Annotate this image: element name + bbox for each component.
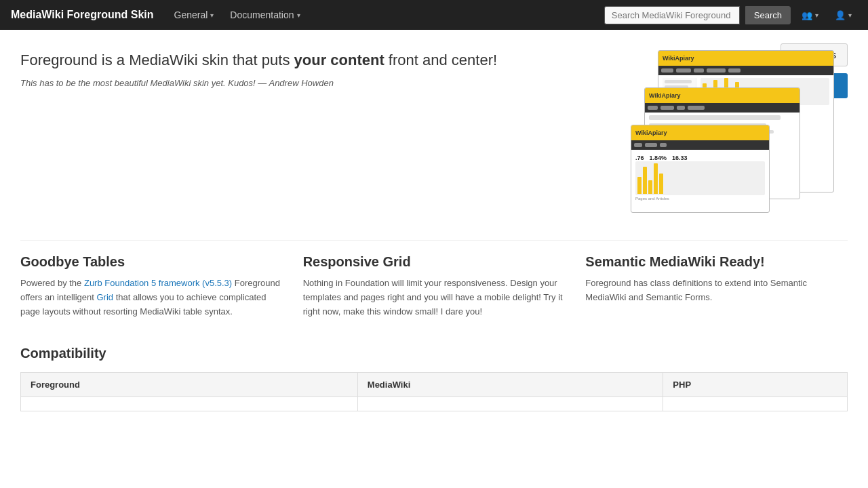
hero-quote: This has to be the most beautiful MediaW… bbox=[20, 78, 604, 88]
semantic-smw-heading: Semantic MediaWiki Ready! bbox=[585, 254, 848, 270]
search-button[interactable]: Search bbox=[745, 6, 791, 24]
screen-nav-back bbox=[658, 66, 833, 75]
body-before-link: Powered by the bbox=[20, 278, 84, 288]
page-wrapper: ⚙ Actions Français Foreground is a Media… bbox=[0, 30, 868, 439]
hero-section: Foreground is a MediaWiki skin that puts… bbox=[20, 43, 848, 213]
nav-item-general[interactable]: General ▾ bbox=[167, 5, 221, 24]
compat-heading: Compatibility bbox=[20, 346, 848, 361]
hero-title: Foreground is a MediaWiki skin that puts… bbox=[20, 50, 604, 71]
chevron-down-icon: ▾ bbox=[297, 12, 300, 19]
goodbye-tables-body: Powered by the Zurb Foundation 5 framewo… bbox=[20, 277, 283, 319]
chevron-down-icon: ▾ bbox=[848, 12, 852, 19]
hero-image: WikiApiary bbox=[631, 50, 848, 213]
site-title: MediaWiki Foreground Skin bbox=[11, 9, 154, 21]
divider bbox=[20, 240, 848, 241]
foundation-link[interactable]: Zurb Foundation 5 framework (v5.5.3) bbox=[84, 278, 232, 288]
user-menu[interactable]: 👤 ▾ bbox=[829, 6, 857, 24]
screen-body-front: .76 1.84% 16.33 Pages an bbox=[631, 150, 769, 203]
goodbye-tables-heading: Goodbye Tables bbox=[20, 254, 283, 270]
navbar: MediaWiki Foreground Skin General ▾ Docu… bbox=[0, 0, 868, 30]
user-icon: 👤 bbox=[835, 10, 846, 20]
compat-col-foreground: Foreground bbox=[21, 373, 358, 397]
screen-header-mid: WikiApiary bbox=[645, 88, 800, 103]
quote-attribution: — Andrew Howden bbox=[258, 78, 334, 88]
col-goodbye-tables: Goodbye Tables Powered by the Zurb Found… bbox=[20, 254, 283, 319]
stat-front3: 16.33 bbox=[672, 155, 688, 161]
screen-header-front: WikiApiary bbox=[631, 125, 769, 140]
col-semantic-smw: Semantic MediaWiki Ready! Foreground has… bbox=[585, 254, 848, 319]
chevron-down-icon: ▾ bbox=[815, 12, 818, 19]
screenshot-front: WikiApiary .76 1.84% 16.33 bbox=[631, 125, 770, 213]
compat-cell-2 bbox=[357, 397, 663, 411]
compat-table-row bbox=[21, 397, 848, 411]
screen-stats-front: .76 1.84% 16.33 bbox=[635, 155, 765, 161]
navbar-right: Search 👥 ▾ 👤 ▾ bbox=[604, 6, 857, 24]
compat-col-php: PHP bbox=[663, 373, 848, 397]
quote-text: This has to be the most beautiful MediaW… bbox=[20, 78, 256, 88]
compat-table: Foreground MediaWiki PHP bbox=[20, 372, 848, 411]
nav-documentation-label: Documentation bbox=[230, 9, 294, 20]
screen-content-front: .76 1.84% 16.33 Pages an bbox=[635, 152, 765, 201]
search-input[interactable] bbox=[604, 6, 740, 24]
nav-general-label: General bbox=[174, 9, 208, 20]
screen-label-front: Pages and Articles bbox=[635, 197, 765, 201]
users-icon: 👥 bbox=[802, 10, 812, 20]
compat-col-mediawiki: MediaWiki bbox=[357, 373, 663, 397]
screenshot-stack: WikiApiary bbox=[631, 50, 848, 213]
compat-table-header-row: Foreground MediaWiki PHP bbox=[21, 373, 848, 397]
compatibility-section: Compatibility Foreground MediaWiki PHP bbox=[20, 346, 848, 411]
screen-header-back: WikiApiary bbox=[658, 51, 833, 66]
three-col-section: Goodbye Tables Powered by the Zurb Found… bbox=[20, 254, 848, 319]
stat-front2: 1.84% bbox=[650, 155, 667, 161]
screen-nav-front bbox=[631, 140, 769, 150]
icons-menu[interactable]: 👥 ▾ bbox=[796, 6, 824, 24]
hero-title-start: Foreground is a MediaWiki skin that puts bbox=[20, 52, 294, 68]
col-responsive-grid: Responsive Grid Nothing in Foundation wi… bbox=[303, 254, 566, 319]
stat-front1: .76 bbox=[635, 155, 644, 161]
screen-chart-front bbox=[635, 161, 765, 195]
semantic-smw-body: Foreground has class definitions to exte… bbox=[585, 277, 848, 305]
responsive-grid-heading: Responsive Grid bbox=[303, 254, 566, 270]
screen-nav-mid bbox=[645, 103, 800, 113]
hero-text: Foreground is a MediaWiki skin that puts… bbox=[20, 50, 631, 88]
compat-cell-1 bbox=[21, 397, 358, 411]
grid-link[interactable]: Grid bbox=[97, 292, 114, 302]
compat-cell-3 bbox=[663, 397, 848, 411]
chevron-down-icon: ▾ bbox=[210, 12, 214, 19]
nav-links: General ▾ Documentation ▾ bbox=[167, 5, 604, 24]
hero-title-bold: your content bbox=[294, 52, 384, 68]
nav-item-documentation[interactable]: Documentation ▾ bbox=[223, 5, 307, 24]
responsive-grid-body: Nothing in Foundation will limit your re… bbox=[303, 277, 566, 319]
hero-title-end: front and center! bbox=[384, 52, 497, 68]
